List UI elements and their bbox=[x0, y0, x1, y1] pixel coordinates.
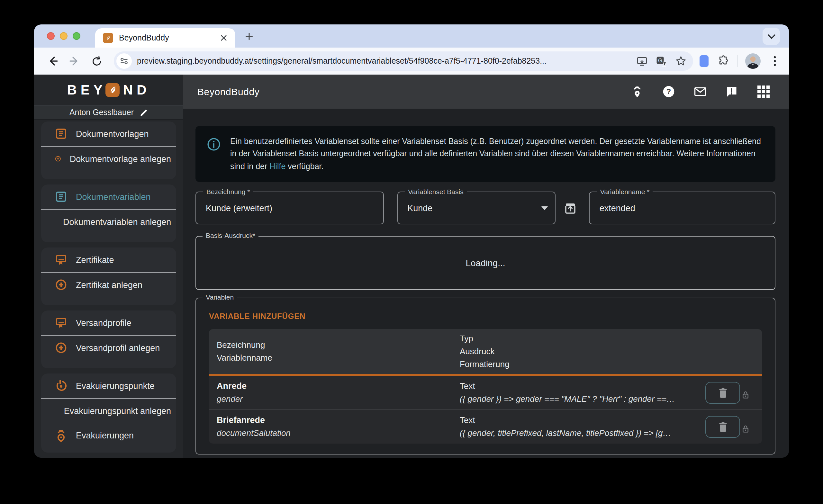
app-bar: BeyondBuddy ? bbox=[183, 74, 789, 109]
variable-key: documentSalutation bbox=[217, 427, 460, 440]
sidebar-item-label: Dokumentvariablen bbox=[76, 192, 151, 201]
browser-menu-icon[interactable] bbox=[768, 51, 781, 71]
bookmark-star-icon[interactable] bbox=[675, 55, 687, 67]
maximize-window-button[interactable] bbox=[73, 32, 80, 40]
tab-search-button[interactable] bbox=[763, 28, 780, 45]
site-info-icon[interactable] bbox=[116, 53, 132, 69]
url-text[interactable]: preview.staging.beyondbuddy.at/settings/… bbox=[137, 56, 630, 65]
side-panel-icon[interactable] bbox=[698, 55, 710, 67]
delete-variable-button[interactable] bbox=[705, 382, 740, 404]
bezeichnung-value: Kunde (erweitert) bbox=[206, 203, 272, 213]
sidebar-item-versandprofil-anlegen[interactable]: Versandprofil anlegen bbox=[41, 336, 176, 360]
variables-table: Bezeichnung Variablenname Typ Ausdruck F… bbox=[209, 329, 762, 444]
variable-name: Briefanrede bbox=[217, 414, 460, 427]
sidebar-item-label: Dokumentvariablen anlegen bbox=[63, 217, 171, 226]
logo-text-right: ND bbox=[123, 82, 150, 98]
delete-variable-button[interactable] bbox=[705, 416, 740, 438]
variablenset-basis-select[interactable]: Variablenset Basis Kunde bbox=[397, 192, 555, 224]
nav-group-evakuierung: Evakuierungspunkte Evakuierungspunkt anl… bbox=[41, 373, 176, 453]
bezeichnung-field[interactable]: Bezeichnung * Kunde (erweitert) bbox=[195, 192, 383, 224]
sidebar-item-label: Dokumentvorlagen bbox=[76, 129, 149, 139]
user-name: Anton Gesslbauer bbox=[69, 108, 134, 117]
forward-button[interactable] bbox=[65, 51, 84, 71]
document-icon bbox=[55, 127, 67, 140]
open-variablenset-basis-button[interactable] bbox=[562, 200, 579, 216]
add-icon bbox=[55, 152, 61, 165]
variablen-fieldset: Variablen VARIABLE HINZUFÜGEN Bezeichnun… bbox=[195, 298, 776, 455]
help-link[interactable]: Hilfe bbox=[270, 162, 286, 171]
tracking-pin-icon[interactable] bbox=[631, 85, 644, 98]
close-window-button[interactable] bbox=[47, 32, 55, 40]
install-app-icon[interactable] bbox=[637, 55, 647, 66]
variablenname-field[interactable]: Variablenname * extended bbox=[589, 192, 776, 224]
address-bar[interactable]: preview.staging.beyondbuddy.at/settings/… bbox=[114, 51, 693, 71]
variable-type: Text bbox=[460, 380, 705, 393]
browser-toolbar: preview.staging.beyondbuddy.at/settings/… bbox=[34, 47, 789, 74]
new-tab-button[interactable] bbox=[244, 31, 255, 42]
reload-button[interactable] bbox=[87, 51, 106, 71]
variable-expression: ({ gender }) => gender === "MALE" ? "Her… bbox=[460, 393, 705, 406]
feedback-icon[interactable] bbox=[725, 85, 738, 98]
nav-group-dokumentvorlagen: Dokumentvorlagen Dokumentvorlage anlegen bbox=[41, 122, 176, 179]
lock-icon bbox=[742, 424, 749, 435]
apps-grid-icon[interactable] bbox=[757, 85, 770, 98]
sidebar-item-zertifikat-anlegen[interactable]: Zertifikat anlegen bbox=[41, 273, 176, 297]
sidebar-item-label: Evakuierungspunkte bbox=[76, 381, 155, 390]
back-button[interactable] bbox=[43, 51, 62, 71]
app-root: BEY ND Anton Gesslbauer bbox=[34, 74, 789, 458]
evacuation-pin-icon bbox=[55, 429, 67, 442]
edit-icon[interactable] bbox=[140, 108, 148, 117]
divider bbox=[41, 272, 176, 273]
document-icon bbox=[55, 190, 67, 203]
omnibox-actions: G bbox=[637, 55, 687, 67]
beyond-logo: BEY ND bbox=[34, 74, 183, 106]
certificate-icon bbox=[55, 316, 67, 329]
sidebar-nav: Dokumentvorlagen Dokumentvorlage anlegen… bbox=[34, 120, 183, 458]
table-row[interactable]: Briefanrede documentSalutation Text ({ g… bbox=[209, 409, 762, 444]
sidebar-item-dokumentvorlagen[interactable]: Dokumentvorlagen bbox=[41, 122, 176, 146]
trash-icon bbox=[717, 421, 728, 433]
variablenset-basis-value: Kunde bbox=[407, 203, 433, 213]
divider bbox=[41, 335, 176, 336]
tab-close-icon[interactable] bbox=[218, 33, 229, 43]
table-row[interactable]: Anrede gender Text ({ gender }) => gende… bbox=[209, 376, 762, 409]
main-panel: BeyondBuddy ? bbox=[183, 74, 789, 458]
row-actions bbox=[705, 416, 762, 438]
chevron-down-icon bbox=[542, 206, 548, 210]
variable-name: Anrede bbox=[217, 380, 460, 393]
divider bbox=[41, 398, 176, 398]
help-icon[interactable]: ? bbox=[662, 85, 675, 98]
browser-tab[interactable]: BeyondBuddy bbox=[95, 28, 235, 47]
variable-key: gender bbox=[217, 393, 460, 406]
variablenname-label: Variablenname * bbox=[597, 188, 653, 195]
translate-icon[interactable]: G bbox=[656, 55, 667, 66]
sidebar-item-dokumentvorlage-anlegen[interactable]: Dokumentvorlage anlegen bbox=[41, 147, 176, 171]
tab-strip: BeyondBuddy bbox=[34, 24, 789, 47]
bezeichnung-label: Bezeichnung * bbox=[203, 188, 253, 195]
variablenset-basis-label: Variablenset Basis bbox=[405, 188, 467, 195]
header-col-typ: Typ Ausdruck Formatierung bbox=[460, 332, 705, 371]
divider bbox=[41, 209, 176, 209]
sidebar-item-evakuierungspunkt-anlegen[interactable]: Evakuierungspunkt anlegen bbox=[41, 398, 176, 423]
sidebar-item-dokumentvariablen[interactable]: Dokumentvariablen bbox=[41, 184, 176, 209]
sidebar-item-label: Zertifikat anlegen bbox=[76, 280, 142, 290]
minimize-window-button[interactable] bbox=[60, 32, 67, 40]
extensions-icon[interactable] bbox=[717, 55, 729, 67]
user-name-bar: Anton Gesslbauer bbox=[34, 106, 183, 120]
mail-icon[interactable] bbox=[694, 85, 707, 98]
add-variable-button[interactable]: VARIABLE HINZUFÜGEN bbox=[209, 312, 305, 321]
sidebar-item-versandprofile[interactable]: Versandprofile bbox=[41, 311, 176, 335]
screen: BeyondBuddy bbox=[0, 0, 823, 504]
sidebar-item-dokumentvariablen-anlegen[interactable]: Dokumentvariablen anlegen bbox=[41, 209, 176, 234]
info-alert: Ein benutzerdefiniertes Variablenset sol… bbox=[195, 126, 776, 182]
sidebar-item-evakuierungen[interactable]: Evakuierungen bbox=[41, 423, 176, 448]
sidebar-item-evakuierungspunkte[interactable]: Evakuierungspunkte bbox=[41, 373, 176, 398]
evacuation-point-icon bbox=[55, 379, 67, 392]
profile-avatar[interactable] bbox=[745, 53, 761, 69]
sidebar-item-label: Zertifikate bbox=[76, 255, 114, 265]
add-icon bbox=[55, 341, 67, 354]
add-icon bbox=[55, 278, 67, 291]
sidebar-item-zertifikate[interactable]: Zertifikate bbox=[41, 247, 176, 272]
sidebar-item-label: Evakuierungen bbox=[76, 431, 134, 440]
sidebar-item-label: Versandprofil anlegen bbox=[76, 343, 160, 353]
